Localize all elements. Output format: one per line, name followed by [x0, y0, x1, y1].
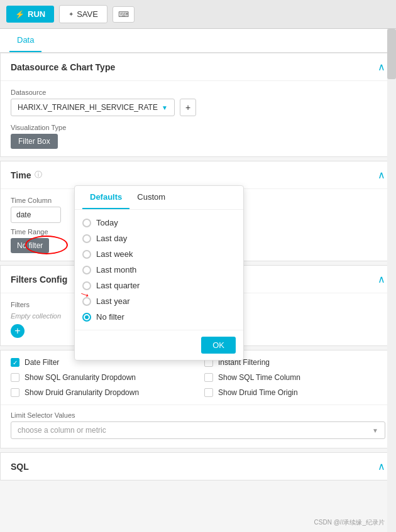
- toolbar: RUN SAVE ⌨: [0, 0, 396, 29]
- radio-no-filter-icon: [82, 313, 91, 322]
- datasource-body: Datasource HARIX.V_TRAINER_HI_SERVICE_RA…: [1, 81, 395, 156]
- popup-footer: OK: [75, 330, 243, 360]
- datasource-section: Datasource & Chart Type ∧ Datasource HAR…: [0, 53, 396, 157]
- option-last-week-label: Last week: [96, 249, 133, 259]
- popup-ok-button[interactable]: OK: [201, 337, 236, 354]
- option-last-day[interactable]: Last day: [82, 231, 236, 246]
- limit-dropdown-arrow-icon: ▼: [372, 427, 378, 434]
- add-datasource-button[interactable]: +: [180, 99, 196, 116]
- viz-type-label: Visualization Type: [11, 124, 385, 131]
- popup-tab-defaults[interactable]: Defaults: [82, 186, 129, 209]
- druid-granularity-checkbox[interactable]: [11, 388, 19, 397]
- popup-body: Today Last day Last week Last month Last…: [75, 210, 243, 330]
- option-last-month-label: Last month: [96, 265, 136, 274]
- time-range-popup: Defaults Custom Today Last day Last week…: [74, 185, 244, 361]
- sql-time-column-row: Show SQL Time Column: [204, 373, 385, 382]
- sql-granularity-row: Show SQL Granularity Dropdown: [11, 373, 192, 382]
- red-circle-annotation: [25, 236, 68, 254]
- druid-granularity-label: Show Druid Granularity Dropdown: [25, 388, 139, 397]
- date-filter-label: Date Filter: [25, 358, 59, 367]
- datasource-title: Datasource & Chart Type: [11, 62, 115, 72]
- sql-granularity-checkbox[interactable]: [11, 373, 19, 382]
- tab-data[interactable]: Data: [9, 29, 41, 52]
- sql-collapse-icon[interactable]: ∧: [378, 460, 385, 472]
- sql-time-column-checkbox[interactable]: [204, 373, 213, 382]
- druid-granularity-row: Show Druid Granularity Dropdown: [11, 388, 192, 397]
- keyboard-icon: ⌨: [113, 6, 135, 23]
- datasource-header: Datasource & Chart Type ∧: [1, 53, 395, 81]
- radio-last-day-icon: [82, 234, 91, 243]
- option-last-day-label: Last day: [96, 234, 127, 243]
- option-last-quarter-label: Last quarter: [96, 281, 140, 290]
- radio-last-month-icon: [82, 266, 91, 274]
- scrollbar-thumb[interactable]: [387, 29, 396, 79]
- option-last-quarter[interactable]: Last quarter: [82, 278, 236, 293]
- datasource-dropdown[interactable]: HARIX.V_TRAINER_HI_SERVICE_RATE ▼: [11, 99, 175, 116]
- limit-selector-label: Limit Selector Values: [11, 411, 385, 419]
- limit-selector-dropdown[interactable]: choose a column or metric ▼: [11, 421, 385, 439]
- sql-time-column-label: Show SQL Time Column: [218, 373, 300, 382]
- druid-time-origin-row: Show Druid Time Origin: [204, 388, 385, 397]
- watermark: CSDN @//承续缘_纪录片: [314, 518, 385, 527]
- option-last-year[interactable]: Last year: [82, 293, 236, 309]
- datasource-collapse-icon[interactable]: ∧: [378, 61, 385, 73]
- radio-last-week-icon: [82, 250, 91, 259]
- popup-tab-custom[interactable]: Custom: [129, 186, 173, 209]
- druid-time-origin-label: Show Druid Time Origin: [218, 388, 298, 397]
- option-today[interactable]: Today: [82, 215, 236, 231]
- save-button[interactable]: SAVE: [59, 5, 107, 23]
- time-title: Time: [11, 170, 31, 180]
- checkboxes-section: Date Filter Instant Filtering Show SQL G…: [0, 350, 396, 448]
- limit-selector-placeholder: choose a column or metric: [18, 426, 106, 435]
- time-collapse-icon[interactable]: ∧: [378, 169, 385, 181]
- limit-section: Limit Selector Values choose a column or…: [1, 404, 395, 448]
- option-today-label: Today: [96, 218, 118, 227]
- filters-collapse-icon[interactable]: ∧: [378, 273, 385, 285]
- save-label: SAVE: [77, 9, 98, 19]
- viz-type-value: Filter Box: [18, 137, 50, 146]
- date-filter-checkbox[interactable]: [11, 358, 19, 367]
- sql-granularity-label: Show SQL Granularity Dropdown: [25, 373, 136, 382]
- viz-type-button[interactable]: Filter Box: [11, 134, 58, 149]
- sql-header: SQL ∧: [1, 453, 395, 480]
- radio-today-icon: [82, 219, 91, 227]
- option-no-filter[interactable]: No filter: [82, 309, 236, 325]
- sql-section: SQL ∧: [0, 452, 396, 480]
- run-label: RUN: [28, 9, 45, 19]
- popup-tabs: Defaults Custom: [75, 186, 243, 210]
- scrollbar[interactable]: [387, 29, 396, 532]
- datasource-value: HARIX.V_TRAINER_HI_SERVICE_RATE: [18, 103, 158, 112]
- filters-title: Filters Config: [11, 274, 67, 285]
- option-no-filter-label: No filter: [96, 312, 124, 322]
- viz-type-row: Visualization Type Filter Box: [11, 124, 385, 149]
- tabs-bar: Data: [0, 29, 396, 53]
- run-button[interactable]: RUN: [6, 6, 54, 23]
- option-last-month[interactable]: Last month: [82, 262, 236, 278]
- sql-title: SQL: [11, 462, 29, 472]
- option-last-week[interactable]: Last week: [82, 246, 236, 262]
- time-info-icon: ⓘ: [35, 170, 42, 180]
- add-filter-button[interactable]: +: [11, 324, 25, 338]
- datasource-label: Datasource: [11, 89, 385, 96]
- option-last-year-label: Last year: [96, 296, 129, 306]
- datasource-row: HARIX.V_TRAINER_HI_SERVICE_RATE ▼ +: [11, 99, 385, 116]
- dropdown-arrow-icon: ▼: [162, 104, 168, 111]
- druid-time-origin-checkbox[interactable]: [204, 388, 213, 397]
- empty-collection-label: Empty collection: [11, 312, 61, 320]
- time-column-input[interactable]: [11, 207, 61, 223]
